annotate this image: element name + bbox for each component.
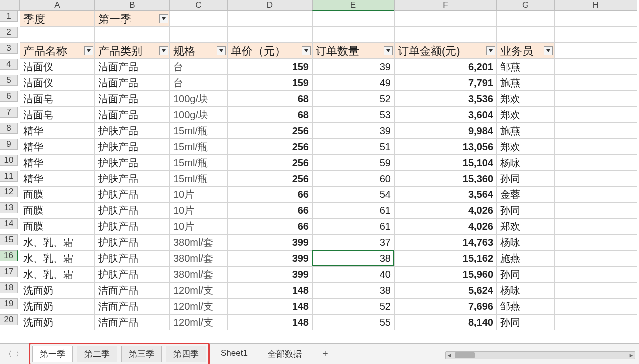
cell-A1[interactable]: 季度 xyxy=(20,11,95,27)
cell-A6[interactable]: 洁面皂 xyxy=(20,91,95,107)
cell-B1[interactable]: 第一季 xyxy=(95,11,170,27)
row-header-10[interactable]: 10 xyxy=(0,155,18,166)
cell-G1[interactable] xyxy=(497,11,554,27)
row-header-6[interactable]: 6 xyxy=(0,91,18,102)
header-cell-B[interactable]: 产品类别 xyxy=(95,43,170,59)
cell-A9[interactable]: 精华 xyxy=(20,139,95,155)
cell-C16[interactable]: 380ml/套 xyxy=(170,250,227,266)
cell-B5[interactable]: 洁面产品 xyxy=(95,75,170,91)
cell-E13[interactable]: 61 xyxy=(312,202,394,218)
cell-F13[interactable]: 4,026 xyxy=(394,202,497,218)
cell-F9[interactable]: 13,056 xyxy=(394,139,497,155)
cell-D4[interactable]: 159 xyxy=(227,59,312,75)
cell-G16[interactable]: 施燕 xyxy=(497,250,554,266)
column-header-C[interactable]: C xyxy=(170,0,227,11)
cell-H9[interactable] xyxy=(554,139,637,155)
row-header-15[interactable]: 15 xyxy=(0,234,18,245)
cell-C9[interactable]: 15ml/瓶 xyxy=(170,139,227,155)
cell-B16[interactable]: 护肤产品 xyxy=(95,250,170,266)
cell-A12[interactable]: 面膜 xyxy=(20,186,95,202)
cell-A17[interactable]: 水、乳、霜 xyxy=(20,266,95,282)
cell-C14[interactable]: 10片 xyxy=(170,218,227,234)
cell-B7[interactable]: 洁面产品 xyxy=(95,107,170,123)
cell-G8[interactable]: 施燕 xyxy=(497,123,554,139)
cell-B15[interactable]: 护肤产品 xyxy=(95,234,170,250)
cell-G11[interactable]: 孙同 xyxy=(497,171,554,186)
cell-D13[interactable]: 66 xyxy=(227,202,312,218)
cell-G17[interactable]: 孙同 xyxy=(497,266,554,282)
sheet-tab-第三季[interactable]: 第三季 xyxy=(121,346,162,362)
row-header-9[interactable]: 9 xyxy=(0,139,18,150)
row-header-4[interactable]: 4 xyxy=(0,59,18,70)
cell-D14[interactable]: 66 xyxy=(227,218,312,234)
scroll-right-arrow[interactable]: ► xyxy=(628,352,635,358)
cell-E18[interactable]: 38 xyxy=(312,282,394,298)
cell-F15[interactable]: 14,763 xyxy=(394,234,497,250)
cell-F19[interactable]: 7,696 xyxy=(394,298,497,314)
cell-G10[interactable]: 杨咏 xyxy=(497,155,554,171)
cell-D12[interactable]: 66 xyxy=(227,186,312,202)
cell-A7[interactable]: 洁面皂 xyxy=(20,107,95,123)
cell-C5[interactable]: 台 xyxy=(170,75,227,91)
row-header-19[interactable]: 19 xyxy=(0,298,18,309)
select-all-corner[interactable] xyxy=(0,0,20,11)
cell-G13[interactable]: 孙同 xyxy=(497,202,554,218)
column-header-B[interactable]: B xyxy=(95,0,170,11)
cell-G20[interactable]: 孙同 xyxy=(497,314,554,330)
cell-F2[interactable] xyxy=(394,27,497,43)
cell-A15[interactable]: 水、乳、霜 xyxy=(20,234,95,250)
header-cell-F[interactable]: 订单金额(元) xyxy=(394,43,497,59)
cell-C10[interactable]: 15ml/瓶 xyxy=(170,155,227,171)
cell-A10[interactable]: 精华 xyxy=(20,155,95,171)
cell-D7[interactable]: 68 xyxy=(227,107,312,123)
cell-F8[interactable]: 9,984 xyxy=(394,123,497,139)
cell-G7[interactable]: 郑欢 xyxy=(497,107,554,123)
cell-C19[interactable]: 120ml/支 xyxy=(170,298,227,314)
cell-C11[interactable]: 15ml/瓶 xyxy=(170,171,227,186)
cell-C4[interactable]: 台 xyxy=(170,59,227,75)
cell-H15[interactable] xyxy=(554,234,637,250)
cell-A18[interactable]: 洗面奶 xyxy=(20,282,95,298)
cell-D1[interactable] xyxy=(227,11,312,27)
cell-D17[interactable]: 399 xyxy=(227,266,312,282)
cell-G19[interactable]: 邹燕 xyxy=(497,298,554,314)
cell-F16[interactable]: 15,162 xyxy=(394,250,497,266)
cell-H10[interactable] xyxy=(554,155,637,171)
column-header-F[interactable]: F xyxy=(394,0,497,11)
cell-B13[interactable]: 护肤产品 xyxy=(95,202,170,218)
row-header-18[interactable]: 18 xyxy=(0,282,18,293)
cell-D5[interactable]: 159 xyxy=(227,75,312,91)
row-header-16[interactable]: 16 xyxy=(0,250,18,261)
cell-F11[interactable]: 15,360 xyxy=(394,171,497,186)
cell-E7[interactable]: 53 xyxy=(312,107,394,123)
cell-F5[interactable]: 7,791 xyxy=(394,75,497,91)
cell-C1[interactable] xyxy=(170,11,227,27)
cell-D10[interactable]: 256 xyxy=(227,155,312,171)
cell-A5[interactable]: 洁面仪 xyxy=(20,75,95,91)
sheet-tab-第二季[interactable]: 第二季 xyxy=(77,346,117,362)
cell-G4[interactable]: 邹燕 xyxy=(497,59,554,75)
cell-F7[interactable]: 3,604 xyxy=(394,107,497,123)
cell-E20[interactable]: 55 xyxy=(312,314,394,330)
cell-C13[interactable]: 10片 xyxy=(170,202,227,218)
cell-F18[interactable]: 5,624 xyxy=(394,282,497,298)
cell-H8[interactable] xyxy=(554,123,637,139)
row-header-1[interactable]: 1 xyxy=(0,11,18,22)
sheet-tab-全部数据[interactable]: 全部数据 xyxy=(261,346,309,362)
cell-H14[interactable] xyxy=(554,218,637,234)
tab-nav-next[interactable]: 〉 xyxy=(14,349,25,360)
cell-E4[interactable]: 39 xyxy=(312,59,394,75)
cell-E12[interactable]: 54 xyxy=(312,186,394,202)
sheet-tab-Sheet1[interactable]: Sheet1 xyxy=(214,346,255,362)
cell-A11[interactable]: 精华 xyxy=(20,171,95,186)
row-header-17[interactable]: 17 xyxy=(0,266,18,277)
cell-E8[interactable]: 39 xyxy=(312,123,394,139)
cell-G18[interactable]: 杨咏 xyxy=(497,282,554,298)
cell-H19[interactable] xyxy=(554,298,637,314)
cell-E16[interactable]: 38 xyxy=(312,250,394,266)
cell-B19[interactable]: 洁面产品 xyxy=(95,298,170,314)
cell-H1[interactable] xyxy=(554,11,637,27)
sheet-tab-第一季[interactable]: 第一季 xyxy=(32,346,73,362)
row-header-13[interactable]: 13 xyxy=(0,202,18,213)
cell-E2[interactable] xyxy=(312,27,394,43)
